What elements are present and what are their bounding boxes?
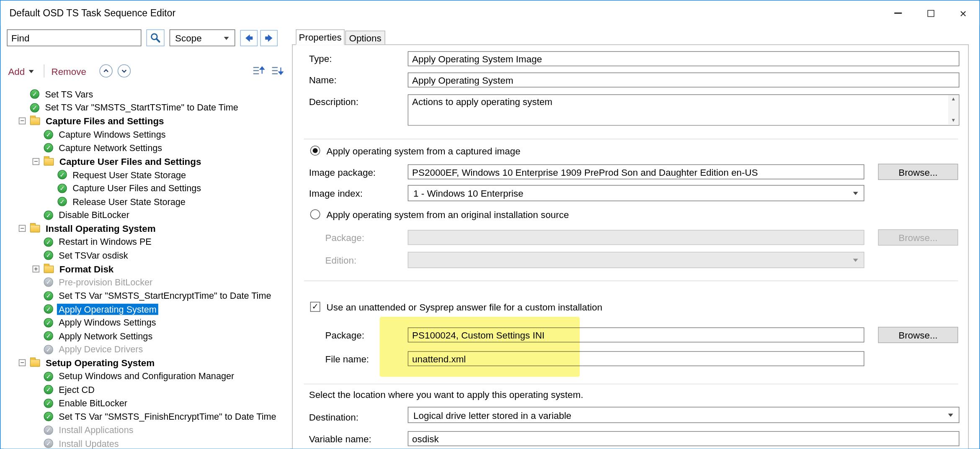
destination-dropdown[interactable]: Logical drive letter stored in a variabl…	[408, 407, 959, 423]
collapse-all-button[interactable]	[251, 64, 265, 77]
title-bar: Default OSD TS Task Sequence Editor	[0, 0, 979, 26]
tree-step-row[interactable]: ✓Capture User Files and Settings	[4, 182, 290, 195]
scroll-down-icon[interactable]: ▼	[951, 118, 956, 124]
close-icon: ×	[959, 7, 967, 19]
step-check-icon: ✓	[44, 372, 53, 381]
tree-expander-icon[interactable]: −	[19, 359, 30, 366]
tree-item-label: Eject CD	[57, 384, 96, 395]
tree-step-row[interactable]: ✓Apply Network Settings	[4, 329, 290, 343]
tree-expander-icon[interactable]: +	[33, 265, 44, 272]
variable-name-input[interactable]	[408, 431, 959, 446]
move-up-button[interactable]	[99, 64, 112, 77]
tree-step-row[interactable]: ✓Set TS Var "SMSTS_StartTSTime" to Date …	[4, 101, 290, 114]
tree-item-label: Pre-provision BitLocker	[57, 277, 155, 288]
search-icon	[150, 33, 160, 43]
tree-step-row[interactable]: ✓Enable BitLocker	[4, 396, 290, 410]
tree-step-row[interactable]: ✓Capture Network Settings	[4, 141, 290, 154]
step-check-icon: ✓	[44, 318, 53, 327]
tree-expander-icon[interactable]: −	[33, 158, 44, 164]
remove-button[interactable]: Remove	[51, 64, 86, 79]
tree-step-row[interactable]: ✓Apply Operating System	[4, 303, 290, 316]
tree-item-label: Apply Windows Settings	[57, 317, 158, 328]
tree-step-row[interactable]: ✓Request User State Storage	[4, 168, 290, 182]
forward-button[interactable]	[260, 30, 278, 46]
step-check-icon: ✓	[30, 103, 39, 112]
tree-step-row[interactable]: ✓Set TS Var "SMSTS_StartEncryptTime" to …	[4, 289, 290, 303]
tree-step-row[interactable]: ✓Install Updates	[4, 437, 290, 449]
tree-group-row[interactable]: −Capture Files and Settings	[4, 114, 290, 128]
step-check-icon: ✓	[44, 331, 53, 341]
group-folder-icon	[30, 118, 40, 125]
tree-expander-icon[interactable]: −	[19, 118, 30, 124]
tree-step-row[interactable]: ✓Apply Device Drivers	[4, 343, 290, 356]
task-tree: ✓Set TS Vars✓Set TS Var "SMSTS_StartTSTi…	[4, 87, 290, 449]
step-check-icon: ✓	[44, 210, 53, 220]
chevron-up-icon	[102, 67, 110, 75]
tree-step-row[interactable]: ✓Release User State Storage	[4, 195, 290, 208]
tree-step-row[interactable]: ✓Set TS Var "SMSTS_FinishEncryptTime" to…	[4, 410, 290, 423]
tree-item-label: Apply Operating System	[57, 303, 158, 315]
tree-item-label: Format Disk	[57, 263, 115, 275]
step-disabled-icon: ✓	[44, 277, 53, 287]
destination-value: Logical drive letter stored in a variabl…	[413, 410, 571, 420]
tab-properties[interactable]: Properties	[296, 29, 344, 45]
add-button[interactable]: Add	[8, 64, 34, 79]
radio-captured-image[interactable]	[310, 146, 320, 156]
close-button[interactable]: ×	[947, 0, 980, 26]
step-check-icon: ✓	[44, 130, 53, 139]
image-package-input[interactable]	[408, 164, 864, 180]
step-disabled-icon: ✓	[44, 439, 53, 448]
maximize-button[interactable]	[914, 0, 947, 26]
scope-dropdown[interactable]: Scope	[170, 29, 235, 46]
source-package-input	[408, 230, 864, 245]
name-input[interactable]	[408, 72, 959, 87]
group-folder-icon	[44, 265, 54, 273]
tree-step-row[interactable]: ✓Setup Windows and Configuration Manager	[4, 369, 290, 383]
description-scrollbar[interactable]: ▲ ▼	[948, 95, 959, 125]
tree-item-label: Apply Network Settings	[57, 331, 155, 342]
tree-group-row[interactable]: +Format Disk	[4, 262, 290, 275]
image-package-browse-button[interactable]: Browse...	[878, 164, 958, 180]
tree-item-label: Set TS Vars	[43, 89, 95, 100]
tree-step-row[interactable]: ✓Restart in Windows PE	[4, 235, 290, 249]
image-index-dropdown[interactable]: 1 - Windows 10 Enterprise	[408, 185, 864, 201]
tree-step-row[interactable]: ✓Eject CD	[4, 383, 290, 396]
step-check-icon: ✓	[44, 412, 53, 421]
tab-options[interactable]: Options	[345, 31, 385, 45]
chevron-down-icon	[853, 259, 858, 262]
tree-step-row[interactable]: ✓Apply Windows Settings	[4, 316, 290, 329]
yellow-highlight-annotation	[379, 317, 580, 377]
expand-all-button[interactable]	[270, 64, 284, 77]
search-button[interactable]	[146, 29, 164, 46]
answer-package-label: Package:	[325, 330, 364, 340]
step-check-icon: ✓	[44, 398, 53, 408]
step-check-icon: ✓	[57, 197, 67, 206]
tree-step-row[interactable]: ✓Capture Windows Settings	[4, 128, 290, 141]
tree-item-label: Setup Operating System	[44, 357, 157, 369]
find-input[interactable]	[7, 29, 141, 46]
location-instruction-text: Select the location where you want to ap…	[309, 389, 583, 400]
tree-expander-icon[interactable]: −	[19, 225, 30, 232]
separator	[304, 280, 958, 281]
tree-group-row[interactable]: −Install Operating System	[4, 222, 290, 235]
scroll-up-icon[interactable]: ▲	[951, 96, 956, 103]
tree-group-row[interactable]: −Capture User Files and Settings	[4, 155, 290, 168]
tree-group-row[interactable]: −Setup Operating System	[4, 356, 290, 369]
tree-step-row[interactable]: ✓Set TS Vars	[4, 87, 290, 101]
image-index-value: 1 - Windows 10 Enterprise	[413, 188, 524, 198]
tree-step-row[interactable]: ✓Disable BitLocker	[4, 208, 290, 222]
variable-name-label: Variable name:	[309, 434, 371, 444]
description-input[interactable]: Actions to apply operating system	[408, 95, 959, 125]
tab-options-label: Options	[349, 33, 381, 43]
tree-step-row[interactable]: ✓Install Applications	[4, 423, 290, 437]
unattend-checkbox[interactable]: ✓	[310, 302, 320, 312]
tree-step-row[interactable]: ✓Pre-provision BitLocker	[4, 276, 290, 289]
tree-step-row[interactable]: ✓Set TSVar osdisk	[4, 249, 290, 262]
type-input[interactable]	[408, 51, 959, 66]
tree-item-label: Capture Windows Settings	[57, 129, 168, 140]
minimize-button[interactable]	[882, 0, 915, 26]
radio-original-source[interactable]	[310, 209, 320, 219]
move-down-button[interactable]	[118, 64, 131, 77]
back-button[interactable]	[240, 30, 258, 46]
answer-package-browse-button[interactable]: Browse...	[878, 327, 958, 343]
